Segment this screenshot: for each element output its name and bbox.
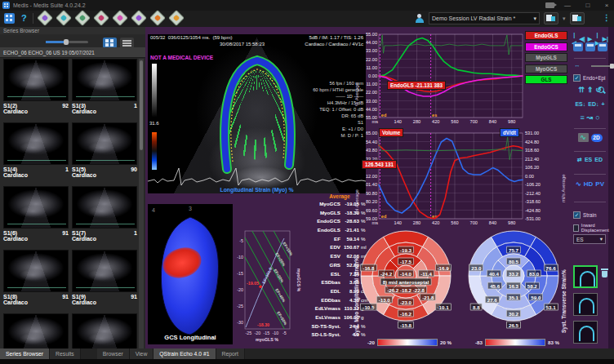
sidebar-tab[interactable]: Results xyxy=(50,348,81,359)
scrollbar-thumb[interactable] xyxy=(140,60,143,150)
dvdt-series-chip[interactable]: dV/dt xyxy=(500,128,519,137)
reset-layout-button[interactable] xyxy=(570,12,585,24)
thickness-slider[interactable] xyxy=(583,62,606,69)
svg-text:-22.00: -22.00 xyxy=(366,90,377,95)
ellipse-icon[interactable]: ○ xyxy=(595,113,599,122)
es-contour-icon[interactable]: ES↓ xyxy=(575,100,585,109)
series-thumbnail[interactable]: S1(2)92 Cardiaco xyxy=(3,59,69,122)
ed-copy-icon[interactable]: ED xyxy=(594,156,603,164)
series-thumbnail[interactable] xyxy=(3,313,69,348)
app-icon-4[interactable] xyxy=(93,10,109,26)
svg-text:560: 560 xyxy=(451,119,458,124)
series-thumbnail[interactable]: S1(9)91 Cardiaco xyxy=(72,250,137,313)
workspace-tab[interactable]: QStrain Echo 4.0 #1 xyxy=(154,348,216,359)
endo-epi-checkbox[interactable]: ✓ Endo+Epi xyxy=(573,74,605,82)
move-contour-icon[interactable]: + xyxy=(601,100,604,109)
checkbox-icon[interactable]: ✓ xyxy=(573,211,581,219)
series-thumbnail[interactable]: S1(7)1 Cardiaco xyxy=(72,186,137,250)
sidebar-tab[interactable]: Series Browser xyxy=(0,348,50,359)
thumbnail-image[interactable] xyxy=(72,186,137,229)
export-snapshot-icon[interactable] xyxy=(573,42,583,51)
thumbnail-size-slider[interactable] xyxy=(46,41,88,43)
series-thumbnail[interactable]: S1(5)90 Cardiaco xyxy=(72,122,137,186)
app-icon-5[interactable] xyxy=(112,10,128,26)
2d-badge[interactable]: 2D xyxy=(591,134,603,142)
frame-count: 92 xyxy=(62,103,69,109)
slider-handle[interactable] xyxy=(610,64,614,69)
help-icon[interactable]: ? xyxy=(21,13,27,23)
series-thumbnail[interactable]: S1(8)91 Cardiaco xyxy=(3,250,69,313)
thickness-slider-row: ↔ xyxy=(572,61,608,69)
expand-icon[interactable]: ⇄ xyxy=(577,156,582,164)
ef-fan-chart[interactable]: EF=10% EF=20% EF=30% EF=40% EF=50% EF=3G… xyxy=(235,227,314,343)
legend-chip[interactable]: MyoGCS xyxy=(525,64,567,73)
phase-select[interactable]: ES ▾ xyxy=(573,234,606,244)
minimize-button[interactable]: — xyxy=(560,1,575,10)
app-icon-2[interactable] xyxy=(56,10,72,26)
checkbox-icon[interactable]: ✓ xyxy=(573,74,581,82)
layers-icon[interactable]: ≡ xyxy=(580,113,584,122)
app-icon-3[interactable] xyxy=(74,10,91,26)
thumbnail-image[interactable] xyxy=(72,250,137,292)
thumbnail-image[interactable] xyxy=(3,122,69,165)
delete-icon[interactable] xyxy=(601,269,608,277)
inward-displacement-checkbox[interactable]: Inward Displacement xyxy=(573,223,611,233)
overflow-menu-icon[interactable]: ⋮ xyxy=(603,13,611,22)
legend-chip[interactable]: EndoGCS xyxy=(525,42,567,51)
legend-chip[interactable]: MyoGLS xyxy=(525,53,567,62)
app-icon-7[interactable] xyxy=(149,10,166,26)
hd-label[interactable]: HD xyxy=(584,180,594,189)
thumbnail-image[interactable] xyxy=(72,313,137,348)
volume-chart[interactable]: 140280420560700840980ms165.00154.40143.8… xyxy=(366,126,572,230)
series-thumbnail[interactable]: S1(6)91 Cardiaco xyxy=(3,186,69,250)
magnifier-icon[interactable] xyxy=(596,87,607,95)
strain-checkbox[interactable]: ✓ Strain xyxy=(573,211,596,219)
series-thumbnail[interactable]: S1(4)1 Cardiaco xyxy=(3,122,69,186)
workspace-tab[interactable]: Report xyxy=(216,348,245,359)
thumbnail-image[interactable] xyxy=(3,313,69,348)
legend-chip[interactable]: GLS xyxy=(525,75,567,84)
longitudinal-strain-bullseye[interactable]: -19.3 -17.5 -14.0 -16.8 -16.9 -24.2 -11.… xyxy=(359,222,452,336)
view-thumbnail-a3c[interactable] xyxy=(573,293,598,316)
sidebar-scrollbar[interactable] xyxy=(139,59,144,348)
thumbnail-image[interactable] xyxy=(72,122,137,165)
strain-map-3d[interactable]: 4 3 GCS Longitudinal xyxy=(148,204,233,344)
propagate-all-icon[interactable]: ⇈ xyxy=(578,86,585,94)
propagate-one-icon[interactable]: ⇑ xyxy=(587,86,594,94)
close-button[interactable]: × xyxy=(599,1,614,10)
transverse-strain-bullseye[interactable]: 75.7 80.5 33.2 23.0 76.6 40.4 83.0 45.6 … xyxy=(467,222,560,336)
es-copy-icon[interactable]: ES xyxy=(585,156,592,164)
curve-icon[interactable]: ↝ xyxy=(587,113,594,122)
thumbnail-image[interactable] xyxy=(3,186,69,229)
checkbox-icon[interactable] xyxy=(573,224,579,232)
app-icon-8[interactable] xyxy=(168,10,185,26)
ed-contour-icon[interactable]: ED↓ xyxy=(588,100,598,109)
thumbnail-image[interactable] xyxy=(3,250,69,292)
pv-label[interactable]: PV xyxy=(595,180,604,189)
export-movie-icon[interactable] xyxy=(598,42,607,51)
app-icon-6[interactable] xyxy=(131,10,147,26)
export-data-icon[interactable] xyxy=(585,42,595,51)
session-selector[interactable]: Demo Session LV Radial Strain * ▾ xyxy=(429,12,540,24)
app-icon-1[interactable] xyxy=(37,10,53,26)
sigmoid-icon[interactable]: ∿ xyxy=(578,133,589,142)
view-thumbnail-a4c[interactable] xyxy=(573,265,598,288)
workspace-tab[interactable]: View xyxy=(130,348,154,359)
workspace-tab[interactable]: Browser xyxy=(97,348,130,359)
series-thumbnail[interactable] xyxy=(72,313,137,348)
app-grid-icon[interactable] xyxy=(4,13,15,24)
layout-caret-icon[interactable]: ▾ xyxy=(563,16,566,22)
thumbnail-image[interactable] xyxy=(72,59,137,101)
slider-handle[interactable] xyxy=(64,39,69,45)
maximize-button[interactable]: □ xyxy=(581,1,595,10)
thumbnail-image[interactable] xyxy=(3,59,69,101)
ultrasound-view[interactable]: 005/32 036/0125/1054 ms. (59 bpm) 30/08/… xyxy=(148,34,366,193)
series-thumbnail[interactable]: S1(3)1 Cardiaco xyxy=(72,59,137,122)
layout-button[interactable] xyxy=(544,12,558,24)
study-tab[interactable]: ECHO_06 ECHO_06 US 19 05/07/2021 xyxy=(0,47,145,58)
volume-series-chip[interactable]: Volume xyxy=(379,128,403,137)
view-thumbnail-a2c[interactable] xyxy=(573,321,598,344)
curve-graph-icon[interactable]: ∿ xyxy=(576,180,581,189)
camera-icon[interactable] xyxy=(545,2,554,8)
legend-chip[interactable]: EndoGLS xyxy=(525,31,567,40)
